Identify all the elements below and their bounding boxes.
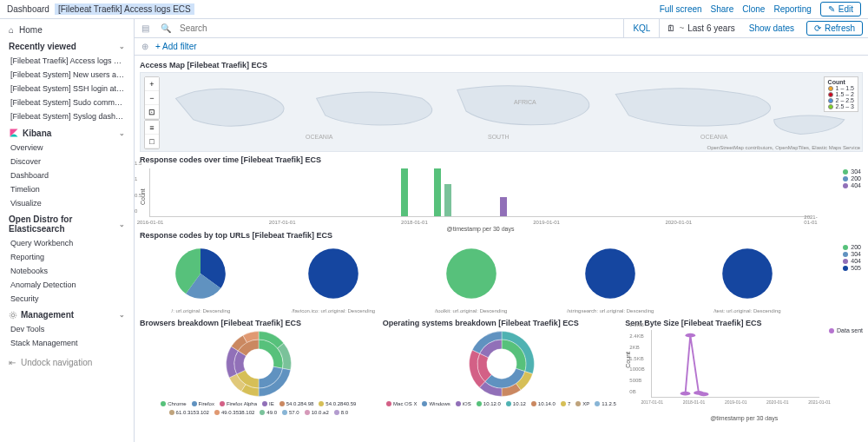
legend-label: 10.0.a2 xyxy=(312,410,329,415)
legend-label: 10.12 xyxy=(513,401,526,406)
sidebar-od-query[interactable]: Query Workbench xyxy=(0,236,134,250)
sidebar-recent-item[interactable]: [Filebeat System] New users and group... xyxy=(0,68,134,82)
query-bar: ▤ 🔍 KQL 🗓 ~ Last 6 years Show dates ⟳ Re… xyxy=(135,19,868,38)
sidebar-od-reporting[interactable]: Reporting xyxy=(0,250,134,264)
sidebar-mgmt-stack[interactable]: Stack Management xyxy=(0,336,134,350)
map-controls: + − ⊡ xyxy=(144,76,160,120)
swatch-icon xyxy=(456,401,461,406)
swatch-icon xyxy=(828,98,833,103)
swatch-icon xyxy=(829,328,834,333)
sidebar-od-anomaly[interactable]: Anomaly Detection xyxy=(0,278,134,292)
date-picker[interactable]: 🗓 ~ Last 6 years xyxy=(659,19,741,37)
fullscreen-link[interactable]: Full screen xyxy=(660,4,702,14)
map-legend: Count 1 – 1.51.5 – 22 – 2.52.5 – 3 xyxy=(824,76,858,112)
sidebar-mgmt-devtools[interactable]: Dev Tools xyxy=(0,322,134,336)
legend-label: 2 – 2.5 xyxy=(836,97,854,103)
map-zoom-in[interactable]: + xyxy=(145,77,159,91)
sidebar-recent-item[interactable]: [Filebeat System] Syslog dashboard ECS xyxy=(0,109,134,123)
refresh-label: Refresh xyxy=(825,23,855,33)
swatch-icon xyxy=(595,401,600,406)
sidebar-kibana-visualize[interactable]: Visualize xyxy=(0,196,134,210)
response-url-chart: /: url.original: Descending/favicon.ico:… xyxy=(140,242,863,313)
bar xyxy=(401,168,408,216)
swatch-icon xyxy=(386,401,391,406)
pie-label: /toolkit: url.original: Descending xyxy=(435,308,507,313)
clone-link[interactable]: Clone xyxy=(742,4,765,14)
filter-icon[interactable]: ▤ xyxy=(135,23,155,33)
refresh-button[interactable]: ⟳ Refresh xyxy=(806,21,863,36)
swatch-icon xyxy=(192,401,197,406)
legend-label: Firefox xyxy=(199,401,214,406)
browsers-legend: ChromeFirefoxFirefox AlphaIE54.0.284.985… xyxy=(140,401,378,415)
sidebar-undock-label: Undock navigation xyxy=(21,358,92,367)
reporting-link[interactable]: Reporting xyxy=(773,4,811,14)
kql-toggle[interactable]: KQL xyxy=(623,19,659,37)
edit-button[interactable]: ✎ Edit xyxy=(820,2,861,16)
date-range-label: Last 6 years xyxy=(687,23,734,33)
add-filter-link[interactable]: + Add filter xyxy=(155,42,197,51)
sidebar-recent-item[interactable]: [Filebeat Traefik] Access logs ECS xyxy=(0,54,134,68)
legend-label: Chrome xyxy=(168,401,186,406)
sidebar-kibana-dashboard[interactable]: Dashboard xyxy=(0,168,134,182)
swatch-icon xyxy=(477,401,482,406)
swatch-icon xyxy=(843,259,848,264)
sidebar-od-security[interactable]: Security xyxy=(0,292,134,306)
share-link[interactable]: Share xyxy=(711,4,734,14)
sidebar-undock[interactable]: ⇤ Undock navigation xyxy=(0,355,134,370)
swatch-icon xyxy=(169,410,174,415)
world-map xyxy=(141,73,862,151)
sidebar-kibana-overview[interactable]: Overview xyxy=(0,141,134,155)
browsers-donut xyxy=(225,330,293,398)
swatch-icon xyxy=(305,410,310,415)
chevron-down-icon: ⌄ xyxy=(119,221,125,228)
edit-button-label: Edit xyxy=(838,4,853,14)
chart-legend: 304200404 xyxy=(843,168,861,189)
sidebar-recent-item[interactable]: [Filebeat System] Sudo commands ECS xyxy=(0,96,134,109)
pie-label: /stringsearch: url.original: Descending xyxy=(567,308,654,313)
sidebar-section-opendistro[interactable]: Open Distro for Elasticsearch ⌄ xyxy=(0,210,134,236)
map-legend-title: Count xyxy=(828,79,854,85)
map-reset[interactable]: □ xyxy=(145,135,159,148)
sidebar-od-notebooks[interactable]: Notebooks xyxy=(0,264,134,278)
swatch-icon xyxy=(843,266,848,271)
bytes-legend: Data sent xyxy=(829,327,863,334)
kibana-logo-icon xyxy=(9,128,19,138)
swatch-icon xyxy=(506,401,511,406)
map-fit[interactable]: ⊡ xyxy=(145,105,159,119)
chevron-down-icon: ⌄ xyxy=(119,43,125,50)
pencil-icon: ✎ xyxy=(828,4,835,14)
panel-title-map: Access Map [Filebeat Traefik] ECS xyxy=(140,61,863,69)
legend-label: 49.0 xyxy=(266,410,277,415)
sidebar-recent-item[interactable]: [Filebeat System] SSH login attempts E..… xyxy=(0,82,134,96)
sidebar-kibana-discover[interactable]: Discover xyxy=(0,155,134,168)
search-input[interactable] xyxy=(176,23,623,33)
breadcrumb-current[interactable]: [Filebeat Traefik] Access logs ECS xyxy=(55,3,194,15)
swatch-icon xyxy=(843,183,848,188)
show-dates-link[interactable]: Show dates xyxy=(742,23,801,33)
legend-label: XP xyxy=(582,401,589,406)
sidebar-kibana-timelion[interactable]: Timelion xyxy=(0,182,134,196)
refresh-icon: ⟳ xyxy=(814,23,821,33)
swatch-icon xyxy=(262,401,267,406)
legend-label: 200 xyxy=(851,175,861,181)
map-layers[interactable]: ≡ xyxy=(145,121,159,135)
swatch-icon xyxy=(161,401,166,406)
legend-label: 200 xyxy=(851,244,861,250)
search-icon: 🔍 xyxy=(155,23,176,33)
panel-title-respurl: Response codes by top URLs [Filebeat Tra… xyxy=(140,231,863,240)
map-panel[interactable]: + − ⊡ ≡ □ OCEANIA SOUTH AFRICA OCEANIA C… xyxy=(140,72,863,152)
add-filter-icon[interactable]: ⊕ xyxy=(141,42,148,51)
sidebar-section-recent[interactable]: Recently viewed ⌄ xyxy=(0,37,134,54)
breadcrumb-root[interactable]: Dashboard xyxy=(7,4,49,14)
sidebar-section-management[interactable]: Management ⌄ xyxy=(0,306,134,322)
home-icon: ⌂ xyxy=(9,25,14,35)
swatch-icon xyxy=(334,410,339,415)
sidebar-home[interactable]: ⌂ Home xyxy=(0,23,134,37)
sidebar-section-kibana[interactable]: Kibana ⌄ xyxy=(0,123,134,141)
legend-label: iOS xyxy=(463,401,471,406)
chevron-down-icon: ⌄ xyxy=(119,129,125,137)
panel-title-browsers: Browsers breakdown [Filebeat Traefik] EC… xyxy=(140,319,378,327)
chart-legend: 200304404505 xyxy=(843,244,861,272)
sidebar-mgmt-label: Management xyxy=(21,310,74,320)
map-zoom-out[interactable]: − xyxy=(145,91,159,105)
